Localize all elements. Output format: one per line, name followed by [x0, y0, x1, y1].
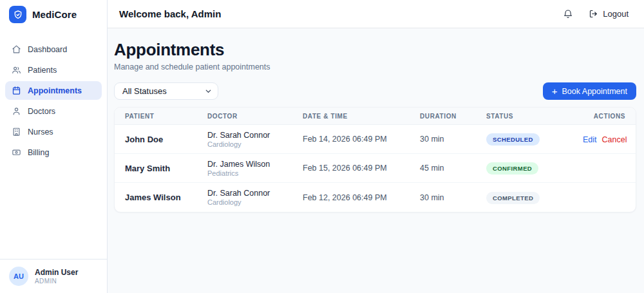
sidebar-item-doctors[interactable]: Doctors — [5, 102, 102, 120]
logout-label: Logout — [603, 9, 629, 19]
avatar: AU — [9, 267, 28, 286]
table-row: John Doe Dr. Sarah Connor Cardiology Feb… — [115, 125, 636, 154]
col-header-patient: Patient — [125, 113, 207, 120]
notifications-button[interactable] — [563, 9, 573, 19]
topbar: Welcome back, Admin Logout — [108, 0, 644, 28]
status-badge: COMPLETED — [486, 192, 540, 204]
plus-icon: + — [552, 86, 558, 96]
sidebar-item-label: Billing — [28, 148, 49, 157]
doctor-cell: Dr. James Wilson Pediatrics — [207, 160, 303, 177]
table-header-row: Patient Doctor Date & Time Duration Stat… — [115, 108, 636, 125]
status-cell: CONFIRMED — [486, 162, 583, 175]
sidebar-item-label: Appointments — [28, 86, 82, 95]
appointment-datetime: Feb 12, 2026 06:49 PM — [303, 193, 420, 202]
sidebar-user[interactable]: AU Admin User ADMIN — [0, 259, 107, 293]
sidebar-item-patients[interactable]: Patients — [5, 61, 102, 79]
page-title: Appointments — [114, 40, 636, 60]
calendar-icon — [12, 86, 21, 95]
cancel-action[interactable]: Cancel — [602, 135, 627, 144]
content: Appointments Manage and schedule patient… — [108, 28, 644, 213]
book-appointment-label: Book Appointment — [562, 87, 627, 96]
col-header-duration: Duration — [420, 113, 486, 120]
logout-button[interactable]: Logout — [589, 9, 629, 19]
home-icon — [12, 44, 21, 54]
logout-icon — [589, 9, 598, 19]
appointment-datetime: Feb 15, 2026 06:49 PM — [303, 164, 420, 173]
status-filter-select[interactable]: All Statuses — [114, 82, 218, 100]
users-icon — [12, 65, 21, 75]
col-header-actions: Actions — [583, 113, 625, 120]
patient-name: Mary Smith — [125, 164, 207, 173]
doctor-cell: Dr. Sarah Connor Cardiology — [207, 131, 303, 148]
page-subtitle: Manage and schedule patient appointments — [114, 62, 636, 71]
appointment-datetime: Feb 14, 2026 06:49 PM — [303, 135, 420, 144]
sidebar-item-label: Nurses — [28, 128, 53, 137]
toolbar: All Statuses + Book Appointment — [114, 82, 636, 100]
bell-icon — [563, 9, 573, 19]
sidebar-item-dashboard[interactable]: Dashboard — [5, 40, 102, 59]
sidebar-item-billing[interactable]: Billing — [5, 143, 102, 162]
user-name: Admin User — [35, 268, 78, 277]
brand: MediCore — [0, 0, 107, 29]
book-appointment-button[interactable]: + Book Appointment — [543, 82, 636, 100]
user-role: ADMIN — [35, 278, 78, 285]
status-cell: COMPLETED — [486, 191, 583, 204]
table-body: John Doe Dr. Sarah Connor Cardiology Feb… — [115, 125, 636, 212]
status-cell: SCHEDULED — [486, 133, 583, 146]
doctor-specialty: Cardiology — [207, 198, 303, 206]
col-header-datetime: Date & Time — [303, 113, 420, 120]
col-header-status: Status — [486, 113, 583, 120]
sidebar-nav: Dashboard Patients Appointments — [0, 38, 107, 259]
col-header-doctor: Doctor — [207, 113, 303, 120]
sidebar-item-label: Doctors — [28, 107, 55, 116]
sidebar-item-label: Dashboard — [28, 45, 67, 54]
sidebar: MediCore Dashboard Patients — [0, 0, 108, 293]
sidebar-item-nurses[interactable]: Nurses — [5, 122, 102, 141]
appointment-duration: 30 min — [420, 135, 486, 144]
appointments-table: Patient Doctor Date & Time Duration Stat… — [114, 107, 636, 213]
status-badge: CONFIRMED — [486, 162, 538, 175]
building-icon — [12, 127, 21, 137]
patient-name: John Doe — [125, 135, 207, 144]
doctor-cell: Dr. Sarah Connor Cardiology — [207, 189, 303, 206]
main-area: Welcome back, Admin Logout — [108, 0, 644, 293]
doctor-specialty: Cardiology — [207, 140, 303, 148]
row-actions: EditCancel — [583, 133, 627, 145]
doctor-name: Dr. James Wilson — [207, 160, 303, 169]
welcome-text: Welcome back, Admin — [119, 8, 221, 19]
user-icon — [12, 106, 21, 116]
table-row: James Wilson Dr. Sarah Connor Cardiology… — [115, 183, 636, 212]
patient-name: James Wilson — [125, 193, 207, 202]
sidebar-item-appointments[interactable]: Appointments — [5, 81, 102, 100]
shield-check-icon — [9, 6, 26, 23]
appointment-duration: 30 min — [420, 193, 486, 202]
doctor-specialty: Pediatrics — [207, 169, 303, 177]
status-badge: SCHEDULED — [486, 133, 540, 146]
appointment-duration: 45 min — [420, 164, 486, 173]
banknote-icon — [12, 147, 21, 157]
doctor-name: Dr. Sarah Connor — [207, 131, 303, 140]
brand-name: MediCore — [32, 9, 77, 20]
table-row: Mary Smith Dr. James Wilson Pediatrics F… — [115, 154, 636, 183]
sidebar-item-label: Patients — [28, 66, 57, 75]
doctor-name: Dr. Sarah Connor — [207, 189, 303, 198]
edit-action[interactable]: Edit — [583, 135, 597, 144]
